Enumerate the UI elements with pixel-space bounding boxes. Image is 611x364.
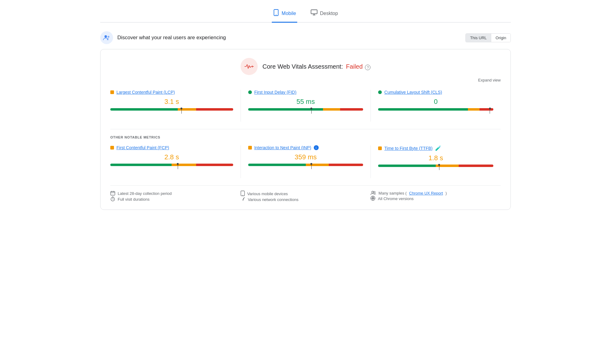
metric-bar-fcp [110, 164, 233, 166]
section-header: Discover what your real users are experi… [100, 31, 511, 44]
info-icon[interactable]: i [314, 145, 319, 150]
expand-view: Expand view [110, 78, 501, 82]
footer-item: Many samples (Chrome UX Report) [370, 191, 501, 196]
footer-item: Latest 28-day collection period [110, 191, 241, 196]
bar-orange [323, 108, 340, 111]
section-title: Discover what your real users are experi… [117, 35, 226, 41]
help-icon[interactable]: ? [365, 65, 370, 70]
svg-point-17 [242, 195, 243, 195]
metric-bar-fid [248, 108, 363, 111]
svg-rect-8 [111, 191, 115, 195]
svg-point-6 [108, 36, 109, 38]
assessment-status: Failed [346, 63, 362, 70]
users-icon [100, 31, 113, 44]
footer-item: Full visit durations [110, 196, 241, 202]
desktop-icon [311, 9, 317, 17]
tab-mobile[interactable]: Mobile [272, 6, 297, 23]
metric-value-fid: 55 ms [248, 98, 363, 106]
assessment-icon-circle [241, 58, 258, 75]
origin-button[interactable]: Origin [491, 34, 510, 42]
footer-item: All Chrome versions [370, 196, 501, 202]
metric-dot-fcp [110, 146, 114, 150]
footer-item: Various network connections [241, 197, 371, 202]
footer-item-text: Full visit durations [118, 197, 150, 202]
metric-dot-lcp [110, 90, 114, 94]
svg-point-18 [243, 200, 243, 201]
needle-line [311, 109, 312, 114]
footer-col-0: Latest 28-day collection periodFull visi… [110, 191, 241, 202]
metric-bar-wrapper-inp [248, 164, 363, 170]
metric-dot-cls [378, 90, 382, 94]
expand-view-link[interactable]: Expand view [478, 78, 501, 82]
svg-rect-2 [311, 10, 317, 14]
page-wrapper: Mobile Desktop Di [91, 0, 520, 216]
footer-item: Various mobile devices [241, 191, 371, 197]
core-metrics-grid: Largest Contentful Paint (LCP) 3.1 s [110, 90, 501, 122]
metric-item-inp: Interaction to Next Paint (INP) i 359 ms [241, 145, 371, 178]
experiment-icon: 🧪 [435, 145, 441, 151]
needle-line [439, 166, 440, 170]
tab-desktop[interactable]: Desktop [309, 6, 339, 23]
metric-bar-wrapper-ttfb [378, 165, 493, 171]
footer-item-icon [241, 197, 245, 202]
svg-point-1 [276, 14, 276, 15]
metric-value-cls: 0 [378, 98, 493, 106]
metric-label-row: First Contentful Paint (FCP) [110, 145, 233, 150]
metric-bar-inp [248, 164, 363, 166]
footer-item-icon [241, 191, 245, 197]
metric-value-lcp: 3.1 s [110, 98, 233, 106]
bar-green [110, 108, 178, 111]
footer-col-2: Many samples (Chrome UX Report)All Chrom… [370, 191, 501, 202]
metric-item-lcp: Largest Contentful Paint (LCP) 3.1 s [110, 90, 241, 122]
metric-value-fcp: 2.8 s [110, 153, 233, 161]
footer-item-icon [370, 191, 376, 196]
footer-item-text: Various mobile devices [247, 191, 288, 196]
footer-item-icon [110, 191, 115, 196]
metric-name-cls[interactable]: Cumulative Layout Shift (CLS) [384, 90, 442, 95]
bar-red [459, 165, 493, 167]
footer-col-1: Various mobile devicesVarious network co… [241, 191, 371, 202]
bar-needle-inp [310, 163, 312, 169]
footer-item-icon [370, 196, 375, 202]
bar-orange [468, 108, 480, 111]
assessment-header: Core Web Vitals Assessment: Failed ? [110, 58, 501, 75]
tab-mobile-label: Mobile [282, 11, 296, 16]
metric-item-fid: First Input Delay (FID) 55 ms [241, 90, 371, 122]
svg-point-20 [374, 191, 375, 193]
metric-name-fid[interactable]: First Input Delay (FID) [254, 90, 297, 95]
assessment-text-block: Core Web Vitals Assessment: Failed ? [263, 63, 371, 70]
metric-label-row: Time to First Byte (TTFB) 🧪 [378, 145, 493, 151]
bar-red [340, 108, 363, 111]
metric-name-fcp[interactable]: First Contentful Paint (FCP) [116, 145, 169, 150]
metric-bar-lcp [110, 108, 233, 111]
footer-link[interactable]: Chrome UX Report [409, 191, 443, 195]
metric-label-row: Cumulative Layout Shift (CLS) [378, 90, 493, 95]
footer-item-icon [110, 196, 115, 202]
tab-desktop-label: Desktop [320, 11, 338, 16]
footer-item-text: Various network connections [248, 197, 298, 202]
metric-bar-wrapper-cls [378, 108, 493, 114]
bar-orange [172, 164, 196, 166]
tab-bar: Mobile Desktop [100, 6, 511, 23]
svg-point-19 [372, 191, 374, 193]
bar-red [329, 164, 363, 166]
metric-item-cls: Cumulative Layout Shift (CLS) 0 [370, 90, 501, 122]
main-card: Core Web Vitals Assessment: Failed ? Exp… [100, 49, 511, 210]
metric-value-ttfb: 1.8 s [378, 154, 493, 162]
metric-label-row: Largest Contentful Paint (LCP) [110, 90, 233, 95]
metric-name-lcp[interactable]: Largest Contentful Paint (LCP) [116, 90, 175, 95]
metric-name-ttfb[interactable]: Time to First Byte (TTFB) [384, 146, 432, 151]
metric-bar-wrapper-lcp [110, 108, 233, 114]
url-toggle: This URL Origin [465, 33, 511, 42]
assessment-label: Core Web Vitals Assessment: [263, 63, 343, 70]
bar-needle-fid [310, 108, 312, 114]
bar-needle-fcp [177, 163, 179, 169]
metric-dot-ttfb [378, 146, 382, 150]
metric-name-inp[interactable]: Interaction to Next Paint (INP) [254, 145, 311, 150]
this-url-button[interactable]: This URL [466, 34, 491, 42]
bar-red [196, 164, 233, 166]
metric-dot-inp [248, 146, 252, 150]
metric-bar-cls [378, 108, 493, 111]
bar-red [480, 108, 493, 111]
metric-bar-ttfb [378, 165, 493, 167]
